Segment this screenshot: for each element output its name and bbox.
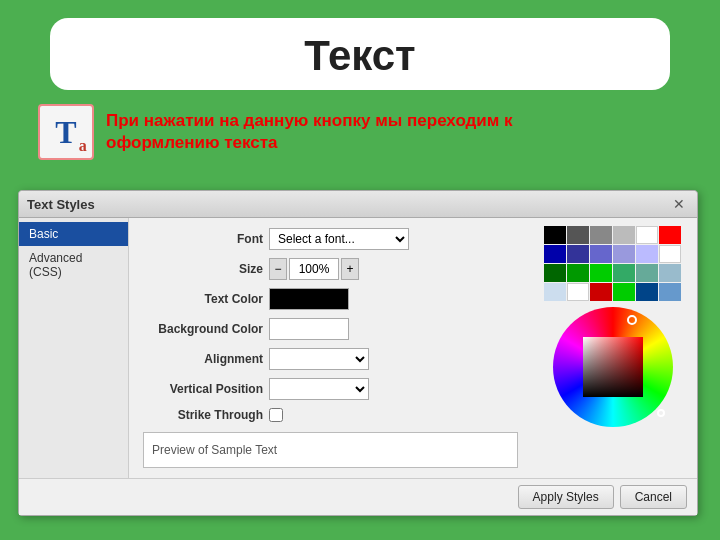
form-area: Font Select a font... Size − + Text Colo… [129,218,532,478]
vpos-row: Vertical Position Top Middle Bottom [143,378,518,400]
font-select[interactable]: Select a font... [269,228,409,250]
size-plus-button[interactable]: + [341,258,359,280]
swatch-sky[interactable] [659,264,681,282]
text-style-icon-box[interactable]: T a [38,104,94,160]
bg-color-swatch[interactable] [269,318,349,340]
sidebar-item-basic[interactable]: Basic [19,222,128,246]
swatch-light-blue2[interactable] [636,245,658,263]
swatch-lime[interactable] [613,283,635,301]
swatch-dark-green[interactable] [544,264,566,282]
preview-text: Preview of Sample Text [152,443,277,457]
sidebar-item-advanced[interactable]: Advanced (CSS) [19,246,128,284]
size-row: Size − + [143,258,518,280]
swatch-medium-blue[interactable] [590,245,612,263]
strike-label: Strike Through [143,408,263,422]
size-minus-button[interactable]: − [269,258,287,280]
font-label: Font [143,232,263,246]
cancel-button[interactable]: Cancel [620,485,687,509]
alignment-label: Alignment [143,352,263,366]
swatch-pale-blue[interactable] [544,283,566,301]
text-icon: T [55,114,76,150]
desc-main: При нажатии на данную кнопку мы переходи… [106,111,513,152]
swatch-white3[interactable] [567,283,589,301]
color-square[interactable] [583,337,643,397]
description-row: T a При нажатии на данную кнопку мы пере… [38,104,720,160]
size-input[interactable] [289,258,339,280]
description-text: При нажатии на данную кнопку мы переходи… [106,110,626,154]
alignment-row: Alignment Left Center Right [143,348,518,370]
dialog-sidebar: Basic Advanced (CSS) [19,218,129,478]
strike-checkbox[interactable] [269,408,283,422]
swatch-black[interactable] [544,226,566,244]
text-color-label: Text Color [143,292,263,306]
vpos-select[interactable]: Top Middle Bottom [269,378,369,400]
vpos-label: Vertical Position [143,382,263,396]
swatch-periwinkle[interactable] [613,245,635,263]
bg-color-label: Background Color [143,322,263,336]
color-wheel-container[interactable] [553,307,673,427]
swatch-green[interactable] [567,264,589,282]
color-picker-area [532,218,697,478]
text-color-swatch[interactable] [269,288,349,310]
swatch-dark-red[interactable] [590,283,612,301]
page-title: Текст [304,32,415,79]
swatch-sage[interactable] [636,264,658,282]
alignment-select[interactable]: Left Center Right [269,348,369,370]
apply-styles-button[interactable]: Apply Styles [518,485,614,509]
text-color-row: Text Color [143,288,518,310]
swatch-red[interactable] [659,226,681,244]
dialog-title: Text Styles [27,197,95,212]
swatch-cornflower[interactable] [659,283,681,301]
title-box: Текст [50,18,670,90]
swatch-light-gray[interactable] [613,226,635,244]
font-row: Font Select a font... [143,228,518,250]
square-indicator [657,409,665,417]
swatch-teal[interactable] [613,264,635,282]
swatch-white[interactable] [636,226,658,244]
color-swatches [544,226,681,301]
swatch-bright-green[interactable] [590,264,612,282]
size-label: Size [143,262,263,276]
swatch-navy[interactable] [567,245,589,263]
swatch-gray[interactable] [590,226,612,244]
text-styles-dialog: Text Styles ✕ Basic Advanced (CSS) Font … [18,190,698,516]
bg-color-row: Background Color [143,318,518,340]
icon-subscript: a [79,137,87,155]
color-wheel[interactable] [553,307,673,427]
swatch-dark-gray[interactable] [567,226,589,244]
dialog-body: Basic Advanced (CSS) Font Select a font.… [19,218,697,478]
dialog-titlebar: Text Styles ✕ [19,191,697,218]
swatch-deep-blue[interactable] [636,283,658,301]
swatch-dark-blue[interactable] [544,245,566,263]
swatch-white2[interactable] [659,245,681,263]
preview-box: Preview of Sample Text [143,432,518,468]
dialog-footer: Apply Styles Cancel [19,478,697,515]
size-group: − + [269,258,359,280]
dialog-close-button[interactable]: ✕ [669,196,689,212]
strike-row: Strike Through [143,408,518,422]
wheel-indicator [627,315,637,325]
